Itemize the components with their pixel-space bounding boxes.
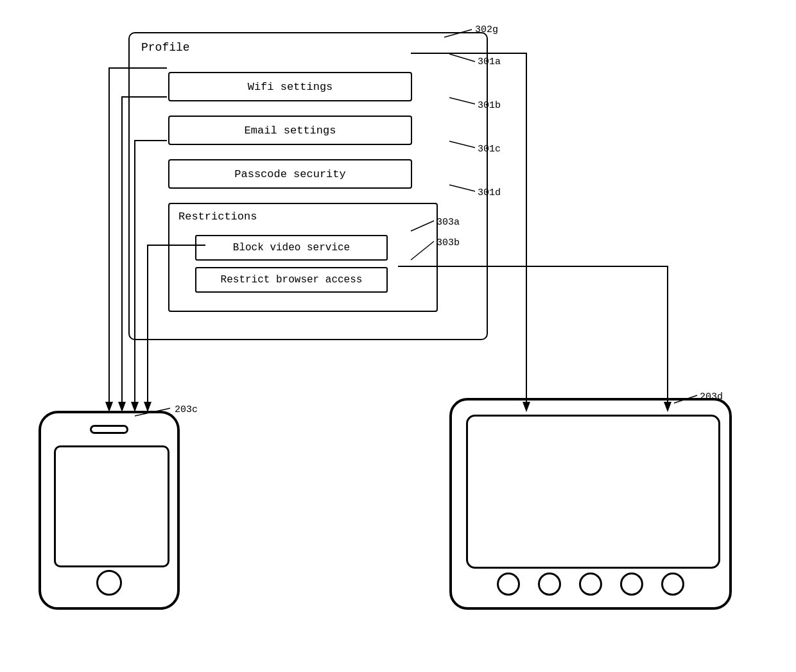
tablet-button-2: [538, 573, 561, 596]
email-settings-label: Email settings: [245, 125, 336, 137]
wifi-settings-box: Wifi settings: [168, 72, 412, 101]
ref-203c: 203c: [175, 404, 198, 415]
tablet-button-1: [497, 573, 520, 596]
tablet-buttons: [494, 573, 687, 596]
block-video-label: Block video service: [233, 242, 350, 254]
ref-301d: 301d: [478, 187, 501, 198]
tablet-button-5: [661, 573, 684, 596]
ref-303b: 303b: [437, 237, 460, 248]
wifi-settings-label: Wifi settings: [248, 81, 333, 93]
tablet-screen: [466, 415, 720, 569]
tablet-device: [449, 398, 732, 610]
block-video-box: Block video service: [195, 235, 388, 261]
ref-302g: 302g: [475, 24, 498, 35]
ref-301c: 301c: [478, 144, 501, 155]
restrict-browser-label: Restrict browser access: [221, 274, 363, 286]
restrictions-label: Restrictions: [178, 211, 257, 223]
restrict-browser-box: Restrict browser access: [195, 267, 388, 293]
restrictions-box: Restrictions Block video service Restric…: [168, 203, 438, 312]
diagram-container: Profile Wifi settings Email settings Pas…: [0, 0, 796, 672]
ref-301b: 301b: [478, 100, 501, 111]
phone-screen: [54, 445, 169, 567]
passcode-security-box: Passcode security: [168, 159, 412, 189]
profile-label: Profile: [141, 41, 190, 54]
passcode-security-label: Passcode security: [234, 168, 345, 180]
tablet-button-4: [620, 573, 643, 596]
phone-device: [39, 411, 180, 610]
tablet-button-3: [579, 573, 602, 596]
ref-301a: 301a: [478, 56, 501, 67]
profile-box: Profile Wifi settings Email settings Pas…: [128, 32, 488, 340]
phone-speaker: [90, 425, 128, 434]
ref-303a: 303a: [437, 217, 460, 228]
email-settings-box: Email settings: [168, 116, 412, 145]
phone-home-button: [96, 570, 122, 596]
